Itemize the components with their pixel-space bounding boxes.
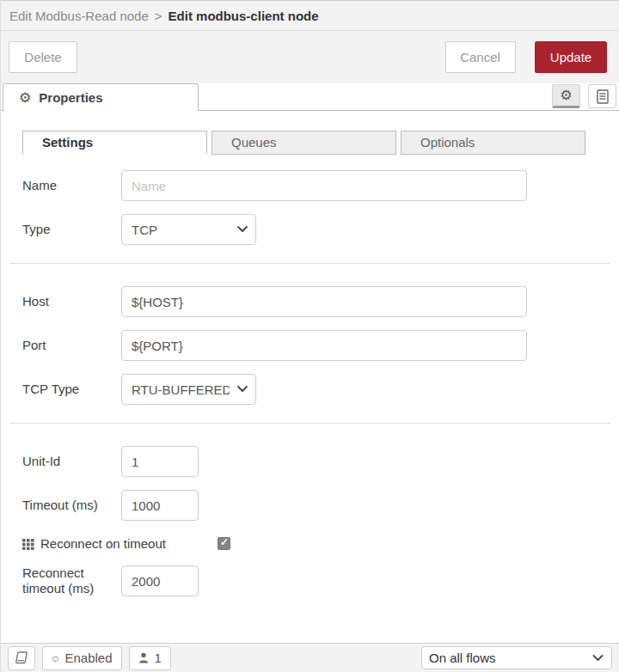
form-row-type: Type TCP — [22, 214, 598, 245]
node-settings-button[interactable]: ⚙ — [552, 84, 580, 108]
name-input[interactable] — [121, 170, 527, 201]
breadcrumb: Edit Modbus-Read node > Edit modbus-clie… — [1, 0, 619, 31]
host-label: Host — [22, 294, 121, 309]
book-icon — [14, 651, 29, 664]
breadcrumb-parent-link[interactable]: Edit Modbus-Read node — [9, 9, 149, 23]
tcp-type-select[interactable]: RTU-BUFFERED — [121, 374, 256, 405]
user-icon — [138, 652, 149, 663]
enable-toggle-button[interactable]: ○ Enabled — [42, 646, 122, 670]
form-row-reconnect-on-timeout: Reconnect on timeout — [22, 536, 598, 551]
edit-node-dialog: Edit Modbus-Read node > Edit modbus-clie… — [0, 0, 619, 672]
gear-icon: ⚙ — [560, 89, 572, 102]
reconnect-timeout-label: Reconnect timeout (ms) — [22, 565, 121, 596]
dialog-toolbar: Delete Cancel Update — [1, 31, 619, 83]
type-select[interactable]: TCP — [121, 214, 256, 245]
tcp-type-label: TCP Type — [22, 382, 121, 397]
form-row-name: Name — [22, 170, 598, 201]
tab-properties[interactable]: ⚙ Properties — [3, 83, 199, 111]
reconnect-on-timeout-label-group: Reconnect on timeout — [22, 536, 218, 551]
gear-icon: ⚙ — [19, 91, 31, 105]
toolbar-right-group: Cancel Update — [445, 41, 607, 73]
grid-icon — [22, 538, 34, 550]
timeout-label: Timeout (ms) — [22, 498, 121, 513]
dialog-footer: ○ Enabled 1 On all flows — [1, 643, 619, 672]
form-row-tcp-type: TCP Type RTU-BUFFERED — [22, 374, 598, 405]
form-row-timeout: Timeout (ms) — [22, 490, 598, 521]
editor-tab-bar: ⚙ Properties ⚙ — [1, 83, 619, 111]
port-input[interactable] — [121, 330, 527, 361]
tcp-type-select-wrap: RTU-BUFFERED — [121, 374, 256, 405]
divider — [9, 423, 610, 424]
unit-id-input[interactable] — [121, 446, 199, 477]
type-select-wrap: TCP — [121, 214, 256, 245]
editor-tab-actions: ⚙ — [552, 84, 616, 108]
settings-form: Name Type TCP Host Port TCP Type — [1, 155, 619, 596]
form-row-unit-id: Unit-Id — [22, 446, 598, 477]
document-icon — [597, 89, 609, 104]
form-row-reconnect-timeout: Reconnect timeout (ms) — [22, 565, 598, 596]
tab-queues[interactable]: Queues — [211, 131, 396, 155]
flow-scope-select[interactable]: On all flows — [421, 646, 612, 669]
tab-optionals[interactable]: Optionals — [401, 131, 585, 155]
breadcrumb-separator: > — [155, 9, 162, 23]
tab-settings[interactable]: Settings — [22, 131, 207, 155]
form-row-host: Host — [22, 286, 598, 317]
node-users-button[interactable]: 1 — [129, 646, 171, 670]
user-count: 1 — [155, 651, 162, 665]
port-label: Port — [22, 338, 121, 353]
node-description-button[interactable] — [588, 84, 616, 108]
cancel-button[interactable]: Cancel — [445, 41, 516, 73]
update-button[interactable]: Update — [535, 41, 607, 73]
settings-tab-bar: Settings Queues Optionals — [22, 131, 619, 155]
type-label: Type — [22, 222, 121, 237]
divider — [9, 263, 610, 264]
unit-id-label: Unit-Id — [22, 454, 121, 469]
host-input[interactable] — [121, 286, 527, 317]
node-help-button[interactable] — [8, 646, 35, 670]
scope-select-wrap: On all flows — [421, 646, 612, 669]
circle-icon: ○ — [52, 652, 58, 664]
tab-properties-label: Properties — [39, 90, 102, 105]
reconnect-timeout-input[interactable] — [121, 565, 199, 596]
timeout-input[interactable] — [121, 490, 199, 521]
enabled-label: Enabled — [64, 651, 112, 665]
reconnect-on-timeout-label: Reconnect on timeout — [40, 536, 166, 551]
reconnect-on-timeout-checkbox[interactable] — [218, 537, 230, 550]
breadcrumb-current: Edit modbus-client node — [169, 9, 319, 23]
name-label: Name — [22, 178, 121, 193]
form-row-port: Port — [22, 330, 598, 361]
delete-button[interactable]: Delete — [9, 41, 77, 73]
